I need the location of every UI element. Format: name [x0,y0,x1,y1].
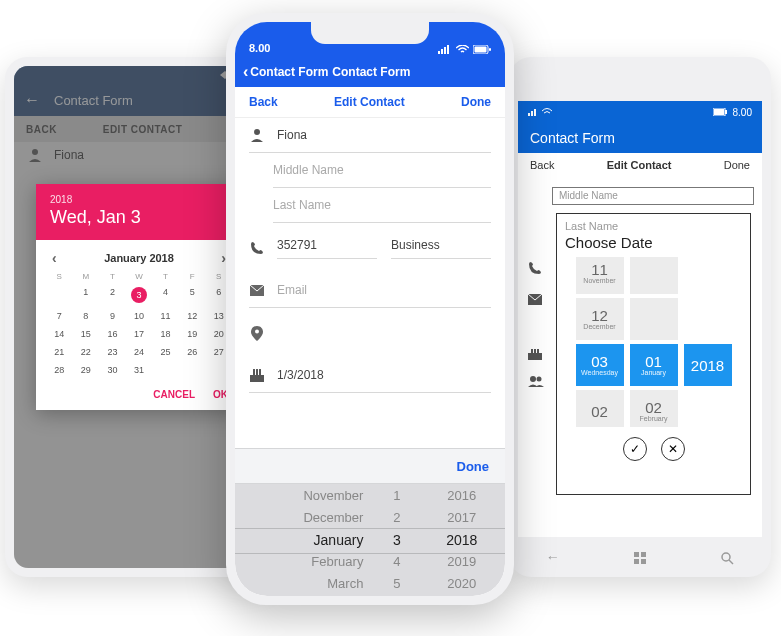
calendar-day[interactable]: 17 [126,327,153,341]
picker-done-button[interactable]: Done [457,459,490,474]
chevron-left-icon[interactable]: ‹ [243,63,248,81]
calendar-day[interactable]: 10 [126,309,153,323]
calendar-day[interactable]: 15 [73,327,100,341]
ios-phone: 8.00 ‹ Contact Form Contact Form Back Ed… [226,13,514,605]
svg-rect-18 [634,559,639,564]
email-row[interactable]: Email [249,273,491,308]
first-name-row[interactable]: Fiona [249,118,491,153]
win-back-icon[interactable]: ← [546,549,560,565]
picker-year[interactable]: 2018 [50,194,228,205]
picker-value[interactable]: February [235,551,363,573]
picker-value[interactable]: 2016 [419,485,505,507]
win-wheel-tile[interactable]: 03Wednesday [576,344,624,386]
picker-day-col[interactable]: 31123456 [375,484,418,596]
breadcrumb-back[interactable]: Contact Form [250,65,328,79]
picker-value[interactable]: 2020 [419,573,505,595]
picker-value[interactable]: January [235,529,363,551]
android-date-picker: 2018 Wed, Jan 3 ‹ January 2018 › SMTWTFS… [36,184,242,410]
phone-type[interactable]: Business [391,238,491,259]
ios-date-picker[interactable]: OctoberNovemberDecemberJanuaryFebruaryMa… [235,484,505,596]
calendar-day[interactable]: 7 [46,309,73,323]
calendar-day[interactable]: 26 [179,345,206,359]
calendar-day[interactable]: 23 [99,345,126,359]
nav-done[interactable]: Done [461,95,491,109]
svg-rect-17 [641,552,646,557]
calendar-day[interactable]: 31 [126,363,153,377]
calendar-day[interactable]: 28 [46,363,73,377]
calendar-day[interactable]: 1 [73,285,100,305]
win-wheel-tile[interactable]: 02 [576,390,624,427]
win-wheel-tile[interactable]: 12December [576,298,624,340]
picker-value[interactable]: 4 [375,551,418,573]
win-wheel-tile[interactable] [630,298,678,340]
birthday-row[interactable]: 1/3/2018 [249,358,491,393]
middle-name-row[interactable]: Middle Name [273,153,491,188]
date-picker-header: 2018 Wed, Jan 3 [36,184,242,240]
last-name-row[interactable]: Last Name [273,188,491,223]
win-middle-name[interactable]: Middle Name [552,187,754,205]
cancel-button[interactable]: ✕ [661,437,685,461]
picker-value[interactable]: 2017 [419,507,505,529]
calendar-day[interactable]: 24 [126,345,153,359]
phone-number[interactable]: 352791 [277,238,377,259]
picker-month-col[interactable]: OctoberNovemberDecemberJanuaryFebruaryMa… [235,484,375,596]
win-popup-title: Choose Date [565,234,742,251]
win-search-icon[interactable] [720,549,734,565]
calendar-day[interactable]: 25 [152,345,179,359]
calendar-day[interactable]: 22 [73,345,100,359]
calendar-day[interactable]: 8 [73,309,100,323]
picker-value[interactable]: December [235,507,363,529]
calendar-day[interactable]: 12 [179,309,206,323]
calendar-day[interactable]: 21 [46,345,73,359]
calendar-day[interactable]: 2 [99,285,126,305]
win-last-name-label: Last Name [565,220,742,232]
picker-value[interactable]: 2 [375,507,418,529]
win-day-column[interactable]: 11November12December03Wednesday02 [576,257,624,427]
win-year-column[interactable]: 2018 [684,257,732,427]
picker-value[interactable]: 5 [375,573,418,595]
picker-value[interactable]: March [235,573,363,595]
win-wheel-tile[interactable]: 11November [576,257,624,294]
calendar-day[interactable]: 16 [99,327,126,341]
prev-month-icon[interactable]: ‹ [52,250,57,266]
picker-value[interactable]: 6 [375,595,418,596]
picker-value[interactable]: 2018 [419,529,505,551]
calendar-day[interactable]: 18 [152,327,179,341]
calendar-day[interactable]: 3 [126,285,153,305]
cancel-button[interactable]: CANCEL [153,389,195,400]
picker-value[interactable]: November [235,485,363,507]
confirm-button[interactable]: ✓ [623,437,647,461]
win-month-column[interactable]: 01January02February [630,257,678,427]
calendar-day[interactable]: 19 [179,327,206,341]
calendar-day[interactable]: 4 [152,285,179,305]
picker-value[interactable]: 3 [375,529,418,551]
win-date-wheel[interactable]: 11November12December03Wednesday02 01Janu… [565,257,742,427]
win-wheel-tile[interactable]: 02February [630,390,678,427]
nav-back[interactable]: Back [249,95,278,109]
win-year-tile[interactable]: 2018 [684,344,732,386]
picker-value[interactable]: 1 [375,485,418,507]
phone-icon [528,259,544,275]
win-back[interactable]: Back [530,159,554,171]
win-wheel-tile[interactable] [630,257,678,294]
calendar-day[interactable]: 9 [99,309,126,323]
svg-rect-3 [528,113,530,116]
picker-value[interactable]: 2019 [419,551,505,573]
location-row[interactable] [249,316,491,350]
svg-rect-10 [528,353,542,360]
calendar-day[interactable]: 5 [179,285,206,305]
win-done[interactable]: Done [724,159,750,171]
svg-rect-4 [531,111,533,116]
ios-nav-bar: Back Edit Contact Done [235,87,505,118]
win-home-icon[interactable] [633,549,647,565]
ios-breadcrumb-bar: ‹ Contact Form Contact Form [235,57,505,87]
calendar-day[interactable]: 29 [73,363,100,377]
picker-value[interactable]: April [235,595,363,596]
picker-year-col[interactable]: 2015201620172018201920202021 [419,484,505,596]
calendar-day[interactable]: 11 [152,309,179,323]
picker-value[interactable]: 2021 [419,595,505,596]
picker-date[interactable]: Wed, Jan 3 [50,207,228,228]
calendar-day[interactable]: 30 [99,363,126,377]
win-wheel-tile[interactable]: 01January [630,344,678,386]
calendar-day[interactable]: 14 [46,327,73,341]
